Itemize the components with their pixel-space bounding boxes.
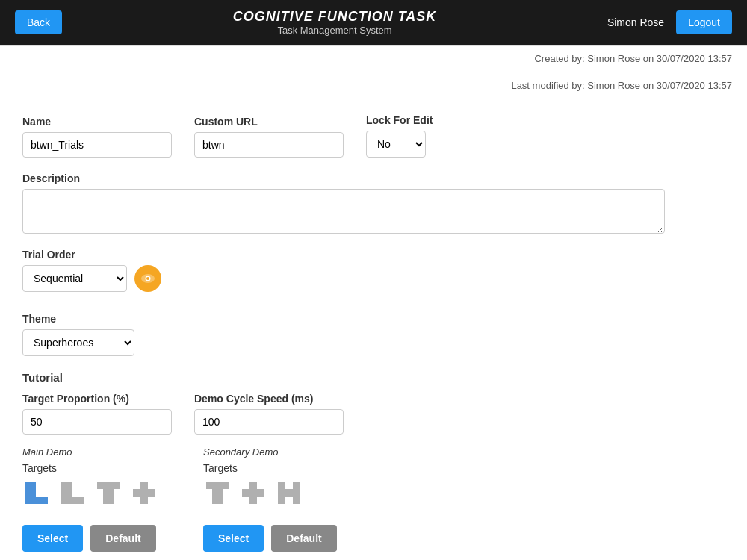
meta-created: Created by: Simon Rose on 30/07/2020 13:…: [0, 45, 747, 72]
main-demo-targets-label: Targets: [22, 462, 158, 474]
lock-group: Lock For Edit No Yes: [366, 114, 433, 158]
main-demo-label: Main Demo: [22, 447, 158, 458]
main-shape-3: [94, 479, 123, 507]
speed-input[interactable]: [194, 409, 344, 435]
name-label: Name: [22, 116, 172, 128]
app-title: COGNITIVE FUNCTION TASK: [233, 9, 437, 25]
header-title: COGNITIVE FUNCTION TASK Task Management …: [233, 9, 437, 36]
user-name: Simon Rose: [607, 16, 664, 28]
header: Back COGNITIVE FUNCTION TASK Task Manage…: [0, 0, 747, 45]
proportion-group: Target Proportion (%): [22, 393, 172, 435]
name-input[interactable]: [22, 132, 172, 158]
name-group: Name: [22, 116, 172, 158]
app-subtitle: Task Management System: [233, 25, 437, 36]
eye-icon: [141, 274, 155, 283]
main-demo-section: Main Demo Targets: [22, 447, 158, 552]
tutorial-section: Tutorial Target Proportion (%) Demo Cycl…: [22, 371, 725, 552]
svg-rect-7: [97, 482, 120, 489]
theme-select[interactable]: Superheroes Default: [22, 329, 134, 356]
meta-modified: Last modified by: Simon Rose on 30/07/20…: [0, 72, 747, 99]
svg-rect-11: [206, 482, 229, 489]
secondary-demo-shapes: [203, 479, 337, 507]
proportion-input[interactable]: [22, 409, 172, 435]
secondary-demo-targets-label: Targets: [203, 462, 337, 474]
theme-label: Theme: [22, 313, 725, 325]
sec-shape-2: [239, 479, 267, 507]
svg-rect-6: [61, 497, 84, 504]
trial-order-group: Trial Order Sequential Random: [22, 249, 725, 307]
trial-order-label: Trial Order: [22, 249, 725, 261]
svg-rect-12: [212, 489, 223, 504]
sec-shape-3: [275, 479, 303, 507]
secondary-default-button[interactable]: Default: [271, 525, 336, 552]
tutorial-params-row: Target Proportion (%) Demo Cycle Speed (…: [22, 393, 725, 435]
main-select-button[interactable]: Select: [22, 525, 83, 552]
secondary-select-button[interactable]: Select: [203, 525, 264, 552]
svg-point-2: [146, 277, 149, 280]
sec-shape-1: [203, 479, 232, 507]
preview-button[interactable]: [134, 265, 161, 292]
main-demo-buttons: Select Default: [22, 525, 158, 552]
svg-rect-4: [25, 497, 48, 504]
description-input[interactable]: [22, 189, 665, 234]
main-shape-4: [130, 479, 158, 507]
main-demo-shapes: [22, 479, 158, 507]
description-label: Description: [22, 172, 725, 184]
back-button[interactable]: Back: [15, 10, 62, 34]
trial-order-select[interactable]: Sequential Random: [22, 265, 127, 292]
description-group: Description: [22, 172, 725, 234]
main-shape-1: [22, 479, 51, 507]
proportion-label: Target Proportion (%): [22, 393, 172, 405]
speed-group: Demo Cycle Speed (ms): [194, 393, 344, 435]
lock-label: Lock For Edit: [366, 114, 433, 126]
svg-rect-10: [133, 489, 155, 497]
svg-rect-16: [293, 482, 300, 504]
trial-order-row: Sequential Random: [22, 265, 725, 292]
secondary-demo-buttons: Select Default: [203, 525, 337, 552]
speed-label: Demo Cycle Speed (ms): [194, 393, 344, 405]
main-shape-2: [58, 479, 87, 507]
secondary-demo-label: Secondary Demo: [203, 447, 337, 458]
main-content: Created by: Simon Rose on 30/07/2020 13:…: [0, 45, 747, 560]
custom-url-label: Custom URL: [194, 116, 344, 128]
theme-group: Theme Superheroes Default: [22, 313, 725, 356]
form-area: Name Custom URL Lock For Edit No Yes Des…: [0, 99, 747, 560]
svg-rect-17: [285, 489, 293, 497]
custom-url-group: Custom URL: [194, 116, 344, 158]
main-default-button[interactable]: Default: [90, 525, 155, 552]
svg-rect-15: [278, 482, 285, 504]
lock-select[interactable]: No Yes: [366, 131, 426, 158]
custom-url-input[interactable]: [194, 132, 344, 158]
tutorial-label: Tutorial: [22, 371, 725, 384]
form-row-name: Name Custom URL Lock For Edit No Yes: [22, 114, 725, 158]
secondary-demo-section: Secondary Demo Targets: [203, 447, 337, 552]
svg-rect-8: [103, 489, 114, 504]
header-right: Simon Rose Logout: [607, 10, 732, 34]
svg-rect-14: [242, 489, 264, 497]
logout-button[interactable]: Logout: [676, 10, 732, 34]
demos-row: Main Demo Targets: [22, 447, 725, 552]
